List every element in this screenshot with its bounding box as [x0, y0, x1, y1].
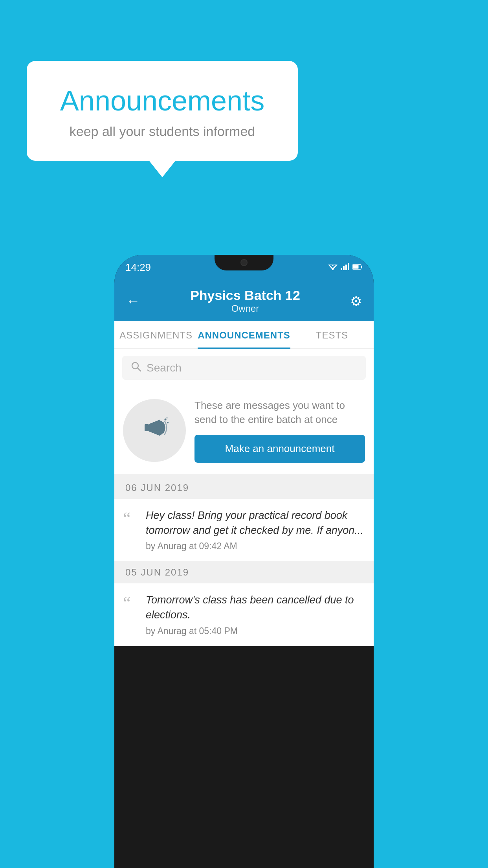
announcement-meta-2: by Anurag at 05:40 PM — [146, 626, 365, 636]
settings-icon[interactable]: ⚙ — [350, 293, 362, 309]
status-bar: 14:29 — [114, 255, 374, 280]
svg-rect-5 — [343, 266, 345, 270]
phone-content: Search — [114, 349, 374, 646]
megaphone-icon — [139, 412, 170, 449]
tab-assignments[interactable]: ASSIGNMENTS — [114, 321, 198, 348]
announcement-content-1: Hey class! Bring your practical record b… — [146, 508, 365, 552]
speech-bubble: Announcements keep all your students inf… — [27, 61, 298, 161]
back-button[interactable]: ← — [126, 293, 140, 309]
battery-icon — [352, 262, 363, 272]
batch-title: Physics Batch 12 — [140, 288, 350, 303]
batch-role: Owner — [140, 303, 350, 314]
announcement-text-1: Hey class! Bring your practical record b… — [146, 508, 365, 538]
search-placeholder: Search — [147, 362, 182, 374]
notch — [215, 255, 273, 270]
svg-point-16 — [167, 422, 169, 423]
svg-rect-9 — [353, 265, 359, 269]
announcement-item-2[interactable]: “ Tomorrow's class has been cancelled du… — [114, 583, 374, 646]
wifi-icon — [328, 262, 338, 272]
tab-announcements[interactable]: ANNOUNCEMENTS — [198, 321, 290, 348]
megaphone-circle — [123, 399, 186, 462]
promo-right: These are messages you want to send to t… — [194, 398, 365, 463]
app-header: ← Physics Batch 12 Owner ⚙ — [114, 280, 374, 321]
svg-point-17 — [167, 417, 168, 418]
tab-tests[interactable]: TESTS — [290, 321, 374, 348]
camera — [240, 259, 248, 266]
signal-icon — [341, 262, 349, 272]
announcements-subtitle: keep all your students informed — [46, 124, 278, 139]
svg-rect-7 — [348, 263, 349, 270]
header-title-area: Physics Batch 12 Owner — [140, 288, 350, 314]
speech-bubble-container: Announcements keep all your students inf… — [27, 61, 298, 161]
svg-line-12 — [138, 368, 141, 371]
tabs-bar: ASSIGNMENTS ANNOUNCEMENTS TESTS — [114, 321, 374, 349]
promo-description: These are messages you want to send to t… — [194, 398, 365, 427]
quote-icon-1: “ — [123, 510, 139, 527]
date-separator-1: 06 JUN 2019 — [114, 477, 374, 499]
promo-section: These are messages you want to send to t… — [114, 387, 374, 477]
announcement-content-2: Tomorrow's class has been cancelled due … — [146, 593, 365, 636]
quote-icon-2: “ — [123, 594, 139, 612]
make-announcement-button[interactable]: Make an announcement — [194, 435, 365, 463]
status-time: 14:29 — [125, 261, 151, 274]
phone-frame: 14:29 — [114, 255, 374, 868]
announcements-title: Announcements — [46, 85, 278, 117]
search-container: Search — [114, 349, 374, 387]
svg-rect-4 — [341, 268, 342, 270]
announcement-meta-1: by Anurag at 09:42 AM — [146, 541, 365, 552]
svg-rect-10 — [361, 266, 362, 268]
announcement-item-1[interactable]: “ Hey class! Bring your practical record… — [114, 499, 374, 562]
search-bar[interactable]: Search — [122, 356, 366, 380]
svg-rect-6 — [345, 265, 347, 270]
search-icon — [131, 361, 141, 374]
svg-rect-14 — [145, 424, 149, 431]
status-icons — [328, 262, 363, 272]
date-separator-2: 05 JUN 2019 — [114, 561, 374, 583]
svg-point-15 — [165, 418, 167, 420]
announcement-text-2: Tomorrow's class has been cancelled due … — [146, 593, 365, 623]
